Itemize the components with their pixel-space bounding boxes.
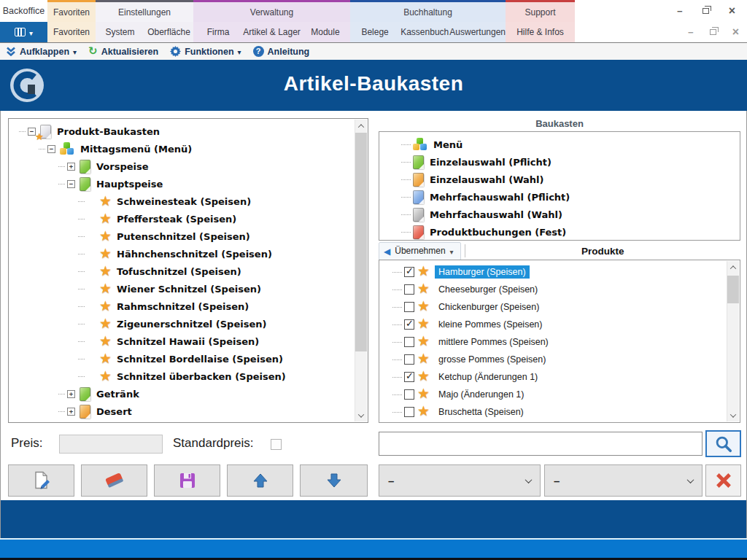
scrollbar-thumb[interactable] [355, 133, 367, 351]
checkbox-checked[interactable] [404, 319, 414, 330]
ribbon-subtab[interactable]: Firma [193, 27, 243, 37]
tree-item[interactable]: Putenschnitzel (Speisen) [10, 228, 368, 245]
tree-item[interactable]: Schnitzel Bordellaise (Speisen) [10, 350, 368, 368]
checkbox-checked[interactable] [404, 372, 414, 382]
checkbox-unchecked[interactable] [404, 284, 414, 295]
produkte-item[interactable]: Ketchup (Änderungen 1) [382, 368, 740, 386]
tree-connector [58, 184, 65, 184]
ribbon-group-2[interactable]: Verwaltung [193, 0, 350, 22]
checkbox-unchecked[interactable] [404, 389, 414, 400]
ribbon-subtab[interactable]: Oberfläche [144, 27, 193, 37]
checkbox-unchecked[interactable] [404, 354, 414, 365]
produkte-item[interactable]: Hamburger (Speisen) [382, 263, 740, 281]
tree-item[interactable]: Desert [10, 402, 368, 420]
ribbon-subtab[interactable]: Auswertungen [449, 27, 506, 37]
produkte-item[interactable]: Cheeseburger (Speisen) [382, 281, 740, 298]
ribbon-subtab[interactable]: Artikel & Lager [243, 27, 301, 37]
baukasten-item[interactable]: Einzelauswahl (Wahl) [382, 171, 740, 188]
expand-expander[interactable] [67, 408, 75, 416]
move-down-button[interactable] [300, 464, 368, 497]
save-button[interactable] [154, 464, 220, 497]
produkte-scrollbar[interactable] [727, 261, 739, 421]
tree-item[interactable]: Tofuschnitzel (Speisen) [10, 262, 368, 280]
tree-item[interactable] [10, 420, 368, 423]
tree-item[interactable]: Rahmschnitzel (Speisen) [10, 298, 368, 315]
minimize-icon[interactable] [688, 26, 694, 39]
app-menu-button[interactable] [0, 22, 47, 42]
tree-item[interactable]: Hähnchenschnitzel (Speisen) [10, 245, 368, 262]
standardpreis-checkbox[interactable] [271, 439, 282, 450]
tab-backoffice[interactable]: Backoffice [0, 0, 47, 22]
produkte-item[interactable]: Chickenburger (Speisen) [382, 298, 740, 316]
checkbox-unchecked[interactable] [404, 337, 414, 347]
tree-item[interactable]: Schnitzel Hawaii (Speisen) [10, 332, 368, 350]
checkbox-unchecked[interactable] [404, 302, 414, 312]
restore-icon[interactable] [710, 29, 716, 35]
produkte-item[interactable]: Majo (Änderungen 1) [382, 386, 740, 403]
ribbon-subtab[interactable]: Favoriten [47, 27, 96, 37]
tree-item[interactable]: Mittagsmenü (Menü) [10, 140, 368, 158]
baukasten-item[interactable]: Mehrfachauswahl (Wahl) [382, 206, 740, 223]
anleitung-button[interactable]: Anleitung [253, 46, 310, 57]
tree-item[interactable]: Getränk [10, 385, 368, 402]
baukasten-item[interactable]: Mehrfachauswahl (Pflicht) [382, 188, 740, 206]
collapse-expander[interactable] [67, 180, 75, 188]
ribbon-group-0[interactable]: Favoriten [47, 0, 96, 22]
expand-expander[interactable] [67, 390, 75, 398]
edit-button[interactable] [8, 464, 74, 497]
produkte-item[interactable]: Bruschetta (Speisen) [382, 403, 740, 421]
minimize-icon[interactable] [677, 4, 683, 18]
funktionen-button[interactable]: Funktionen [170, 46, 241, 57]
close-icon[interactable] [729, 4, 735, 18]
scroll-down-icon[interactable] [727, 409, 739, 421]
ribbon-subtab[interactable]: Module [301, 27, 350, 37]
baukasten-item[interactable]: Einzelauswahl (Pflicht) [382, 153, 740, 171]
baukasten-item-label: Produktbuchungen (Fest) [430, 227, 566, 238]
filter-dropdown-2[interactable]: – [544, 464, 703, 497]
produkte-item[interactable]: kleine Pommes (Speisen) [382, 316, 740, 333]
clear-button[interactable] [705, 464, 741, 497]
tree-scrollbar[interactable] [355, 120, 367, 421]
ribbon-subtab[interactable]: Kassenbuch [400, 27, 449, 37]
ribbon-subtab[interactable]: Belege [350, 27, 400, 37]
application-window: Backoffice FavoritenEinstellungenVerwalt… [0, 0, 747, 560]
ribbon-subtab[interactable]: Hilfe & Infos [506, 27, 575, 37]
tree-item[interactable]: Zigeunerschnitzel (Speisen) [10, 315, 368, 332]
ribbon-subtab[interactable]: System [96, 27, 144, 37]
aufklappen-button[interactable]: Aufklappen [6, 47, 77, 57]
ribbon-group-1[interactable]: Einstellungen [96, 0, 193, 22]
scroll-down-icon[interactable] [355, 409, 367, 421]
restore-icon[interactable] [703, 8, 709, 14]
move-up-button[interactable] [227, 464, 293, 497]
tree-item[interactable]: Produkt-Baukasten [10, 122, 368, 140]
search-button[interactable] [705, 430, 741, 457]
tree-item[interactable]: Pfeffersteak (Speisen) [10, 210, 368, 228]
preis-input[interactable] [59, 435, 163, 454]
erase-button[interactable] [81, 464, 147, 497]
tree-item[interactable]: Schweinesteak (Speisen) [10, 192, 368, 210]
scroll-up-icon[interactable] [355, 120, 367, 132]
scroll-up-icon[interactable] [727, 261, 739, 273]
baukasten-item[interactable]: Produktbuchungen (Fest) [382, 223, 740, 241]
expand-expander[interactable] [67, 163, 75, 171]
tree-item[interactable]: Schnitzel überbacken (Speisen) [10, 368, 368, 385]
tree-item[interactable]: Vorspeise [10, 158, 368, 175]
produkte-item[interactable]: mittlere Pommes (Speisen) [382, 333, 740, 351]
produkte-item[interactable]: grosse Pommes (Speisen) [382, 351, 740, 368]
baukasten-item[interactable]: Menü [382, 136, 740, 153]
ribbon-subtab-group-0: Favoriten [47, 22, 96, 42]
uebernehmen-button[interactable]: Übernehmen [379, 242, 461, 260]
scrollbar-thumb[interactable] [727, 276, 739, 303]
ribbon-group-3[interactable]: Buchhaltung [350, 0, 506, 22]
checkbox-unchecked[interactable] [404, 407, 414, 417]
collapse-expander[interactable] [47, 145, 55, 153]
tree-item[interactable]: Hauptspeise [10, 175, 368, 192]
checkbox-checked[interactable] [404, 267, 414, 277]
close-icon[interactable] [732, 26, 739, 39]
aktualisieren-button[interactable]: Aktualisieren [88, 46, 158, 57]
filter-dropdown-1[interactable]: – [379, 464, 541, 497]
ribbon-group-4[interactable]: Support [506, 0, 575, 22]
tree-item[interactable]: Wiener Schnitzel (Speisen) [10, 280, 368, 298]
search-input[interactable] [379, 432, 703, 456]
produkte-item[interactable] [382, 421, 740, 423]
